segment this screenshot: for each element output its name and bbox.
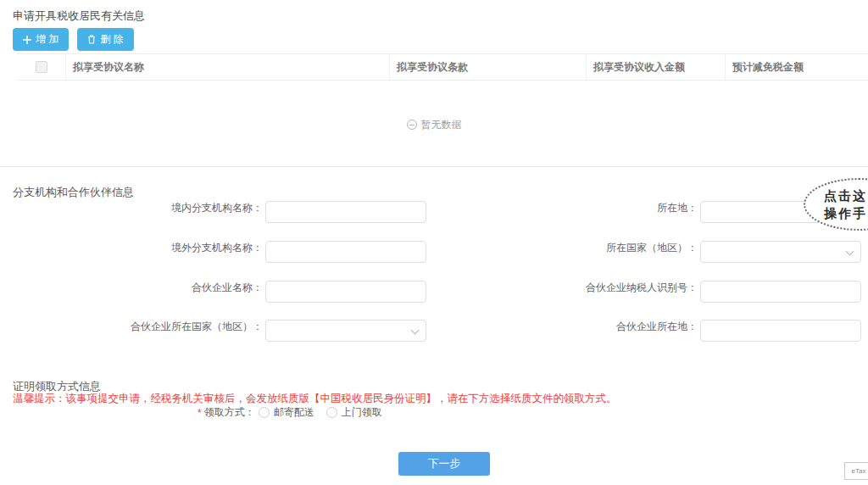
radio-onsite-pickup-label[interactable]: 上门领取 [342, 405, 382, 420]
empty-state-text: 暂无数据 [421, 119, 462, 131]
partnership-taxid-input[interactable] [700, 281, 861, 303]
required-asterisk: * [198, 407, 202, 419]
chevron-down-icon [847, 248, 854, 255]
pickup-notice: 温馨提示：该事项提交申请，经税务机关审核后，会发放纸质版【中国税收居民身份证明】… [13, 392, 617, 406]
select-all-checkbox[interactable] [36, 61, 47, 73]
empty-data-icon [407, 120, 417, 130]
partnership-country-label-wrap: 合伙企业所在国家（地区）： [131, 320, 263, 334]
column-header-agreement-name: 拟享受协议名称 [66, 54, 390, 80]
country-region-select[interactable] [700, 241, 861, 263]
partnership-taxid-label: 合伙企业纳税人识别号： [586, 281, 698, 295]
tax-resident-application-page: 申请开具税收居民有关信息 增 加 删 除 拟享受协议名称 拟享受协议条款 拟享受… [0, 0, 868, 485]
country-region-label-wrap: 所在国家（地区）： [606, 241, 698, 255]
chevron-down-icon [412, 327, 419, 334]
page-title: 申请开具税收居民有关信息 [13, 8, 145, 24]
location-label: 所在地： [657, 201, 698, 215]
radio-onsite-pickup[interactable] [326, 407, 337, 418]
column-header-income-amount: 拟享受协议收入金额 [587, 54, 726, 80]
overseas-branch-input[interactable] [265, 241, 426, 263]
column-header-tax-reduction: 预计减免税金额 [726, 54, 868, 80]
agreements-table: 拟享受协议名称 拟享受协议条款 拟享受协议收入金额 预计减免税金额 [17, 53, 868, 81]
section-divider [0, 166, 868, 167]
partnership-name-label: 合伙企业名称： [192, 281, 263, 295]
country-region-label: 所在国家（地区）： [606, 241, 698, 255]
overseas-branch-label-wrap: 境外分支机构名称： [171, 241, 263, 255]
delete-button-label: 删 除 [100, 32, 123, 47]
partnership-name-label-wrap: 合伙企业名称： [192, 281, 263, 295]
next-step-button[interactable]: 下一步 [398, 452, 490, 476]
partnership-location-label-wrap: 合伙企业所在地： [616, 320, 698, 334]
select-all-cell [17, 54, 66, 80]
empty-state: 暂无数据 [0, 118, 868, 132]
partnership-country-label: 合伙企业所在国家（地区）： [131, 320, 263, 334]
domestic-branch-label: 境内分支机构名称： [171, 201, 263, 215]
pickup-method-row: * 领取方式： 邮寄配送 上门领取 [198, 405, 382, 420]
column-header-agreement-clause: 拟享受协议条款 [390, 54, 587, 80]
partnership-location-label: 合伙企业所在地： [616, 320, 698, 334]
partnership-name-input[interactable] [265, 281, 426, 303]
branch-section-title: 分支机构和合作伙伴信息 [13, 185, 134, 200]
domestic-branch-input[interactable] [265, 201, 426, 223]
radio-mail-delivery-label[interactable]: 邮寄配送 [274, 405, 314, 420]
toolbar: 增 加 删 除 [13, 28, 134, 51]
plus-icon [23, 36, 31, 44]
partnership-location-input[interactable] [700, 320, 861, 342]
pickup-method-label: 领取方式： [204, 405, 255, 420]
radio-mail-delivery[interactable] [259, 407, 270, 418]
delete-button[interactable]: 删 除 [77, 28, 133, 51]
location-label-wrap: 所在地： [657, 201, 698, 215]
callout-line2: 操作手 [824, 205, 868, 222]
add-button[interactable]: 增 加 [13, 28, 69, 51]
partnership-taxid-label-wrap: 合伙企业纳税人识别号： [586, 281, 698, 295]
table-header-row: 拟享受协议名称 拟享受协议条款 拟享受协议收入金额 预计减免税金额 [17, 53, 868, 81]
overseas-branch-label: 境外分支机构名称： [171, 241, 263, 255]
trash-icon [87, 35, 96, 44]
domestic-branch-label-wrap: 境内分支机构名称： [171, 201, 263, 215]
add-button-label: 增 加 [36, 32, 58, 47]
partnership-country-select[interactable] [265, 320, 426, 342]
etax-watermark: eTax [844, 462, 868, 480]
callout-line1: 点击这 [824, 187, 868, 204]
